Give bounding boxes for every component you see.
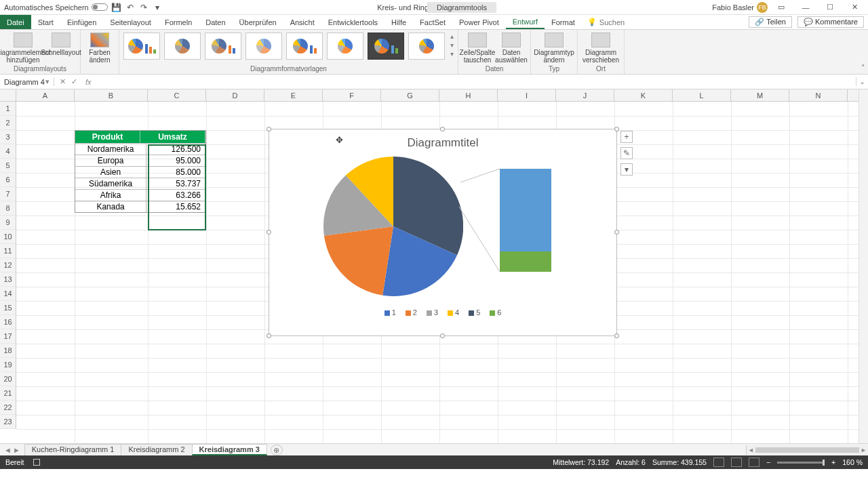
tab-start[interactable]: Start: [31, 15, 60, 29]
undo-icon[interactable]: ↶: [125, 3, 135, 12]
legend-item-6[interactable]: 6: [490, 308, 501, 317]
col-header-F[interactable]: F: [323, 89, 381, 101]
row-header-17[interactable]: 17: [0, 329, 16, 344]
col-header-D[interactable]: D: [206, 89, 264, 101]
bar-segment-afrika[interactable]: [500, 169, 551, 251]
new-sheet-button[interactable]: ⊕: [271, 445, 283, 455]
table-row[interactable]: Südamerika53.737: [75, 178, 205, 189]
select-all-button[interactable]: [0, 89, 16, 102]
legend-item-4[interactable]: 4: [448, 308, 459, 317]
qat-customize-icon[interactable]: ▾: [153, 3, 162, 12]
minimize-icon[interactable]: —: [795, 1, 816, 14]
view-pagelayout-icon[interactable]: [731, 458, 742, 467]
col-header-I[interactable]: I: [498, 89, 556, 101]
add-chart-element-button[interactable]: Diagrammelement hinzufügen: [4, 33, 42, 64]
col-header-L[interactable]: L: [673, 89, 731, 101]
sheet-nav-next-icon[interactable]: ►: [13, 446, 20, 454]
close-icon[interactable]: ✕: [844, 1, 865, 14]
name-box[interactable]: Diagramm 4▾: [0, 77, 54, 86]
chart-object[interactable]: ✥ Diagrammtitel: [269, 129, 617, 336]
change-chart-type-button[interactable]: Diagrammtyp ändern: [535, 33, 573, 64]
chart-style-7[interactable]: [368, 33, 404, 60]
table-row[interactable]: Nordamerika126.500: [75, 143, 205, 155]
row-header-23[interactable]: 23: [0, 415, 16, 429]
tab-powerpivot[interactable]: Power Pivot: [452, 15, 506, 29]
tab-pagelayout[interactable]: Seitenlayout: [103, 15, 158, 29]
fx-icon[interactable]: fx: [83, 78, 94, 86]
table-row[interactable]: Asien85.000: [75, 166, 205, 178]
tab-design[interactable]: Entwurf: [506, 15, 545, 29]
autosave-switch-icon[interactable]: [92, 3, 108, 11]
zoom-out-icon[interactable]: −: [766, 458, 770, 466]
view-normal-icon[interactable]: [713, 458, 724, 467]
tab-help[interactable]: Hilfe: [384, 15, 413, 29]
tab-developer[interactable]: Entwicklertools: [321, 15, 384, 29]
zoom-slider[interactable]: [777, 462, 825, 464]
tell-me-search[interactable]: 💡 Suchen: [587, 15, 625, 29]
sheet-tab[interactable]: Kreisdiagramm 2: [121, 444, 192, 455]
style-gallery-more-icon[interactable]: ▾: [450, 50, 454, 58]
col-header-A[interactable]: A: [16, 89, 75, 101]
tab-data[interactable]: Daten: [199, 15, 232, 29]
tab-factset[interactable]: FactSet: [413, 15, 452, 29]
comments-button[interactable]: 💬 Kommentare: [797, 16, 864, 28]
row-header-18[interactable]: 18: [0, 344, 16, 358]
enter-formula-icon[interactable]: ✓: [71, 77, 77, 86]
sheet-nav-prev-icon[interactable]: ◄: [4, 446, 12, 454]
expand-formula-bar-icon[interactable]: ⌄: [856, 77, 868, 86]
quick-layout-button[interactable]: Schnelllayout: [46, 33, 76, 56]
zoom-level[interactable]: 160 %: [842, 458, 863, 466]
row-header-20[interactable]: 20: [0, 372, 16, 386]
row-header-10[interactable]: 10: [0, 230, 16, 244]
zoom-in-icon[interactable]: +: [831, 458, 835, 466]
view-pagebreak-icon[interactable]: [749, 458, 760, 467]
select-data-button[interactable]: Daten auswählen: [496, 33, 526, 64]
formula-input[interactable]: [94, 78, 856, 86]
share-button[interactable]: 🔗 Teilen: [749, 16, 792, 28]
change-colors-button[interactable]: Farben ändern: [85, 33, 115, 64]
legend-item-5[interactable]: 5: [469, 308, 480, 317]
bar-segment-kanada[interactable]: [500, 251, 551, 272]
col-header-N[interactable]: N: [789, 89, 848, 101]
row-header-13[interactable]: 13: [0, 272, 16, 287]
sheet-tab[interactable]: Kuchen-Ringdiagramm 1: [24, 444, 122, 455]
tab-formulas[interactable]: Formeln: [158, 15, 199, 29]
row-header-6[interactable]: 6: [0, 173, 16, 187]
row-header-22[interactable]: 22: [0, 401, 16, 415]
row-header-5[interactable]: 5: [0, 159, 16, 173]
row-header-19[interactable]: 19: [0, 358, 16, 372]
row-header-16[interactable]: 16: [0, 315, 16, 329]
data-table[interactable]: Produkt Umsatz Nordamerika126.500Europa9…: [75, 130, 206, 213]
row-header-14[interactable]: 14: [0, 287, 16, 301]
move-chart-button[interactable]: Diagramm verschieben: [582, 33, 620, 64]
tab-file[interactable]: Datei: [0, 15, 31, 29]
chart-style-8[interactable]: [408, 33, 445, 60]
tab-insert[interactable]: Einfügen: [60, 15, 103, 29]
switch-row-column-button[interactable]: Zeile/Spalte tauschen: [462, 33, 492, 64]
chart-elements-button[interactable]: +: [620, 131, 633, 143]
ribbon-display-options-icon[interactable]: ▭: [770, 1, 792, 14]
col-header-B[interactable]: B: [75, 89, 148, 101]
row-header-12[interactable]: 12: [0, 258, 16, 272]
tab-format[interactable]: Format: [545, 15, 582, 29]
column-headers[interactable]: ABCDEFGHIJKLMN: [16, 89, 859, 102]
chart-legend[interactable]: 123456: [269, 306, 616, 322]
row-headers[interactable]: 1234567891011121314151617181920212223: [0, 102, 16, 429]
col-header-H[interactable]: H: [439, 89, 498, 101]
cancel-formula-icon[interactable]: ✕: [60, 77, 66, 86]
style-gallery-up-icon[interactable]: ▴: [450, 33, 454, 40]
row-header-8[interactable]: 8: [0, 201, 16, 216]
tab-review[interactable]: Überprüfen: [233, 15, 283, 29]
collapse-ribbon-icon[interactable]: ˄: [861, 64, 865, 73]
row-header-7[interactable]: 7: [0, 187, 16, 201]
sheet-tab[interactable]: Kreisdiagramm 3: [192, 444, 267, 455]
autosave-toggle[interactable]: Automatisches Speichern: [4, 3, 108, 12]
user-name[interactable]: Fabio Basler: [712, 3, 754, 12]
chart-style-4[interactable]: [245, 33, 282, 60]
chart-filters-button[interactable]: ▾: [620, 163, 633, 176]
horizontal-scrollbar[interactable]: ◄►: [746, 445, 868, 455]
chart-style-6[interactable]: [327, 33, 363, 60]
table-row[interactable]: Afrika63.266: [75, 189, 205, 201]
row-header-21[interactable]: 21: [0, 386, 16, 401]
vertical-scrollbar[interactable]: [859, 89, 868, 443]
